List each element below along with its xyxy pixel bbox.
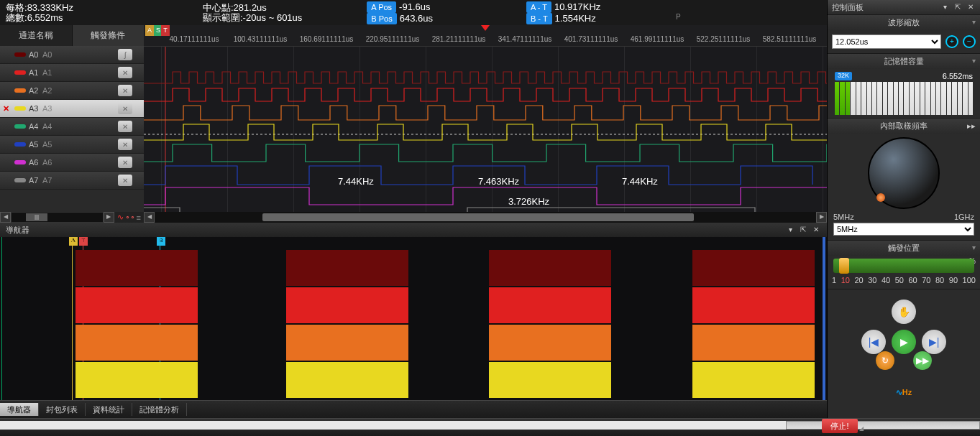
rate-max-label: 1GHz	[954, 213, 974, 221]
channel-color-swatch	[14, 178, 26, 182]
nav-block	[286, 362, 408, 398]
trigger-tick: 90	[949, 276, 958, 284]
trigger-condition-button[interactable]: ✕	[118, 175, 132, 186]
trigger-condition-button[interactable]: ✕	[118, 157, 132, 168]
navigator-body[interactable]: A T B	[0, 237, 827, 400]
ch-scroll-track[interactable]: |||	[11, 212, 104, 223]
dpad-step-icon[interactable]: ▶▶	[913, 351, 932, 370]
dpad-hand-icon[interactable]: ✋	[892, 300, 916, 324]
channel-row-a2[interactable]: A2 A2 ✕	[0, 82, 144, 100]
dpad-prev-icon[interactable]: |◀	[861, 330, 886, 354]
ch-scroll-left-button[interactable]: ◀	[0, 212, 11, 223]
channel-color-swatch	[14, 160, 26, 164]
nav-tab-0[interactable]: 導航器	[0, 403, 39, 416]
status-resize-grip-icon[interactable]: ◢	[859, 425, 868, 434]
trigger-condition-button[interactable]: ✕	[118, 85, 132, 96]
trigger-collapse-icon[interactable]: ▾	[972, 243, 976, 251]
zoom-out-icon[interactable]: −	[963, 35, 976, 48]
zoom-in-icon[interactable]: +	[945, 35, 958, 48]
waveform-display[interactable]: A S T 40.17111111us100.43111111us160.691…	[144, 25, 827, 223]
nav-block	[286, 250, 408, 286]
nav-close-icon[interactable]: ✕	[811, 225, 821, 235]
trigger-tick: 40	[881, 276, 890, 284]
channel-row-a4[interactable]: A4 A4 ✕	[0, 118, 144, 136]
ruler-marker-a[interactable]: A	[145, 25, 154, 36]
ctrl-close-icon[interactable]: ✕	[966, 2, 976, 12]
ruler-tick: 522.25111111us	[697, 35, 751, 43]
channel-row-a0[interactable]: A0 A0 ∫	[0, 46, 144, 64]
nav-tab-3[interactable]: 記憶體分析	[132, 403, 187, 416]
time-ruler: A S T 40.17111111us100.43111111us160.691…	[144, 25, 827, 47]
nav-block	[692, 287, 815, 323]
zoom-collapse-icon[interactable]: ▾	[972, 18, 976, 26]
freq-annotation-3: 7.44KHz	[622, 176, 658, 187]
nav-block	[286, 325, 408, 361]
dpad-repeat-icon[interactable]: ↻	[876, 351, 894, 370]
ctrl-dropdown-icon[interactable]: ▾	[940, 2, 950, 12]
status-scroll-thumb[interactable]	[786, 421, 980, 430]
trigger-condition-button[interactable]: ✕	[118, 103, 132, 114]
column-header-channel-name: 通道名稱	[0, 25, 73, 46]
channel-name-label: A3 A3	[29, 104, 79, 113]
channel-color-swatch	[14, 124, 26, 129]
trigger-condition-button[interactable]: ∫	[118, 49, 132, 60]
stop-button[interactable]: 停止!	[822, 419, 858, 433]
nav-cursor-a[interactable]	[72, 237, 73, 400]
channel-row-a1[interactable]: A1 A1 ✕	[0, 64, 144, 82]
ruler-tick: 40.17111111us	[170, 35, 219, 43]
wave-mode-icon[interactable]: ∿	[117, 213, 124, 222]
value-center: 281.2us	[234, 2, 267, 13]
nav-block	[489, 362, 611, 398]
wave-scroll-right-button[interactable]: ▶	[816, 212, 827, 223]
badge-a-pos: A Pos	[367, 1, 396, 13]
list-mode-icon[interactable]: ≡	[137, 213, 141, 222]
nav-cursor-end[interactable]	[823, 237, 825, 400]
column-header-trigger-cond: 觸發條件	[73, 25, 145, 46]
channel-color-swatch	[14, 142, 26, 147]
wave-scroll-thumb[interactable]	[262, 213, 694, 221]
navigator-tabs: 導航器封包列表資料統計記憶體分析	[0, 400, 827, 418]
memory-collapse-icon[interactable]: ▾	[972, 57, 976, 65]
dpad-next-icon[interactable]: ▶|	[922, 330, 946, 354]
nav-dropdown-icon[interactable]: ▾	[785, 225, 795, 235]
trigger-position-slider[interactable]	[833, 259, 974, 273]
channel-row-a7[interactable]: A7 A7 ✕	[0, 172, 144, 190]
memory-bars[interactable]	[835, 82, 973, 115]
label-total: 總數:	[6, 12, 27, 23]
ch-scroll-right-button[interactable]: ▶	[104, 212, 114, 223]
label-center: 中心點:	[203, 2, 234, 13]
channel-row-a6[interactable]: A6 A6 ✕	[0, 154, 144, 172]
nav-marker-a[interactable]: A	[69, 237, 78, 246]
nav-tab-1[interactable]: 封包列表	[39, 403, 86, 416]
trigger-condition-button[interactable]: ✕	[118, 121, 132, 132]
rate-more-icon[interactable]: ▸▸	[967, 121, 976, 131]
value-range: -20us ~ 601us	[243, 12, 303, 23]
nav-marker-b[interactable]: B	[157, 237, 165, 246]
channel-row-a5[interactable]: A5 A5 ✕	[0, 136, 144, 154]
ctrl-pin-icon[interactable]: ⇱	[953, 2, 963, 12]
nav-block	[692, 250, 815, 286]
trigger-condition-button[interactable]: ✕	[118, 67, 132, 78]
channel-remove-icon[interactable]: ✕	[0, 104, 12, 113]
dots-mode-icon[interactable]: ∘∘	[125, 213, 135, 222]
channel-row-a3[interactable]: ✕ A3 A3 ✕	[0, 100, 144, 118]
navigation-dpad: ✋ |◀ ▶ ▶| ↻ ▶▶	[857, 295, 951, 389]
navigator-title: 導航器	[6, 225, 29, 236]
nav-cursor-start[interactable]	[1, 237, 2, 400]
nav-marker-t[interactable]: T	[79, 237, 88, 246]
nav-pin-icon[interactable]: ⇱	[798, 225, 808, 235]
sample-rate-knob[interactable]	[868, 137, 940, 209]
wave-scroll-left-button[interactable]: ◀	[144, 212, 155, 223]
wave-scroll-track[interactable]	[155, 212, 816, 223]
value-a-pos: -91.6us	[399, 1, 430, 12]
dpad-play-icon[interactable]: ▶	[892, 330, 916, 354]
ruler-tick: 341.47111111us	[498, 35, 552, 43]
sample-rate-select[interactable]: 5MHz	[833, 223, 974, 236]
zoom-select[interactable]: 12.052us	[832, 34, 941, 49]
channel-name-label: A4 A4	[29, 122, 79, 131]
trigger-tick: 10	[841, 276, 850, 284]
trigger-tick: 50	[895, 276, 904, 284]
ruler-marker-t[interactable]: T	[161, 25, 170, 36]
trigger-condition-button[interactable]: ✕	[118, 139, 132, 150]
nav-tab-2[interactable]: 資料統計	[86, 403, 132, 416]
